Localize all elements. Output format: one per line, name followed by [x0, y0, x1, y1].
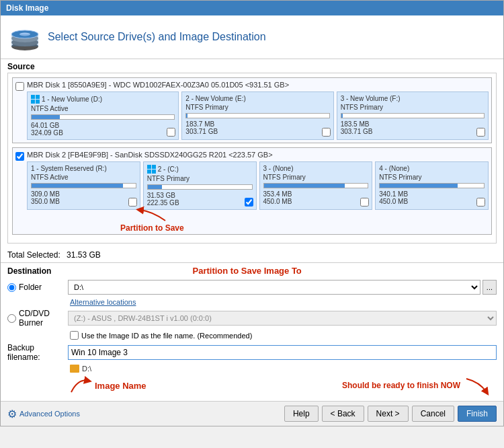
- should-finish-label: Should be ready to finish NOW: [342, 381, 460, 390]
- cd-row: CD/DVD Burner (Z:) - ASUS , DRW-24B1ST i…: [7, 309, 497, 328]
- image-name-arrow: [68, 375, 95, 396]
- should-finish-annotation-wrapper: Should be ready to finish NOW: [342, 375, 490, 396]
- use-image-id-row: Use the Image ID as the file name. (Reco…: [70, 331, 497, 340]
- svg-rect-5: [11, 34, 38, 46]
- window-title: Disk Image: [6, 3, 48, 13]
- disk2-group: MBR Disk 2 [FB4E9F9B] - SanDisk SDSSDX24…: [12, 147, 492, 235]
- source-section: MBR Disk 1 [8550A9E9] - WDC WD1002FAEX-0…: [7, 73, 497, 244]
- cd-dropdown[interactable]: (Z:) - ASUS , DRW-24B1ST i v1.00 (0:0:0): [68, 311, 497, 326]
- disk1-header: MBR Disk 1 [8550A9E9] - WDC WD1002FAEX-0…: [27, 81, 489, 89]
- browse-button[interactable]: ...: [482, 280, 497, 295]
- header-area: Select Source Drive(s) and Image Destina…: [1, 15, 503, 59]
- folder-dropdown[interactable]: D:\: [68, 280, 480, 295]
- disk1-p3-checkbox[interactable]: [476, 128, 485, 137]
- disk1-partition-2: 2 - New Volume (E:) NTFS Primary 183.7 M…: [181, 91, 333, 140]
- partition-type: NTFS Primary: [185, 104, 329, 111]
- folder-icon: [70, 365, 79, 373]
- title-bar: Disk Image: [1, 1, 503, 15]
- disk2-partition-1: 1 - System Reserved (R:) NTFS Active 309…: [27, 161, 140, 210]
- folder-row: Folder D:\ ...: [7, 280, 497, 295]
- partition-sizes: 183.7 MB 303.71 GB: [185, 120, 329, 135]
- red-arrow-annotation: [132, 204, 172, 223]
- svg-rect-9: [31, 100, 35, 104]
- total-selected-label: Total Selected:: [7, 250, 60, 260]
- disk1-partitions: 1 - New Volume (D:) NTFS Active 64.01 GB…: [27, 91, 489, 140]
- disk2-p3-checkbox[interactable]: [360, 198, 369, 207]
- svg-rect-10: [36, 100, 40, 104]
- svg-rect-12: [152, 165, 156, 169]
- folder-radio[interactable]: [7, 283, 16, 292]
- source-label: Source: [1, 59, 503, 73]
- finish-button[interactable]: Finish: [458, 406, 497, 422]
- disk1-partition-1: 1 - New Volume (D:) NTFS Active 64.01 GB…: [27, 91, 179, 140]
- disk2-partition-2: 2 - (C:) NTFS Primary 31.53 GB 222.35 GB: [143, 161, 257, 210]
- help-button[interactable]: Help: [284, 406, 319, 422]
- disk1-p2-checkbox[interactable]: [322, 128, 331, 137]
- disk2-partition-4: 4 - (None) NTFS Primary 340.1 MB 450.0 M…: [375, 161, 489, 210]
- partition-title: 3 - New Volume (F:): [341, 95, 485, 102]
- destination-header: Destination Partition to Save Image To: [7, 266, 497, 276]
- partition-sizes: 183.5 MB 303.71 GB: [341, 120, 485, 135]
- destination-label: Destination: [7, 266, 51, 276]
- backup-filename-label: Backup filename:: [7, 343, 68, 362]
- back-button[interactable]: < Back: [322, 406, 364, 422]
- folder-input-row: D:\ ...: [68, 280, 497, 295]
- partition-bar-fill: [32, 115, 60, 119]
- svg-rect-7: [31, 95, 35, 99]
- bottom-bar: ⚙ Advanced Options Help < Back Next > Ca…: [1, 401, 503, 426]
- disk2-partition-3: 3 - (None) NTFS Primary 353.4 MB 450.0 M…: [259, 161, 373, 210]
- main-window: Disk Image Select Source Drive(s) and Im…: [0, 0, 504, 426]
- svg-rect-14: [152, 170, 156, 174]
- partition-save-label: Partition to Save: [120, 223, 184, 233]
- folder-hint-text: D:\: [82, 365, 91, 373]
- partition-type: NTFS Primary: [341, 104, 485, 111]
- partition-title: 1 - New Volume (D:): [31, 95, 175, 104]
- partition-title: 2 - New Volume (E:): [185, 95, 329, 102]
- windows-icon: [31, 95, 40, 104]
- disk1-partition-3: 3 - New Volume (F:) NTFS Primary 183.5 M…: [337, 91, 489, 140]
- image-name-label: Image Name: [95, 381, 146, 391]
- bottom-buttons: Help < Back Next > Cancel Finish: [284, 406, 497, 422]
- folder-hint-row: D:\: [70, 365, 497, 373]
- header-title: Select Source Drive(s) and Image Destina…: [48, 31, 266, 43]
- partition-sizes: 64.01 GB 324.09 GB: [31, 122, 175, 137]
- svg-rect-11: [147, 165, 151, 169]
- alt-locations-link[interactable]: Alternative locations: [70, 298, 497, 306]
- advanced-icon: ⚙: [7, 408, 17, 420]
- partition-type: NTFS Active: [31, 105, 175, 112]
- disk2-checkbox[interactable]: [15, 152, 24, 161]
- use-image-id-checkbox[interactable]: [70, 331, 79, 340]
- use-image-id-label: Use the Image ID as the file name. (Reco…: [81, 332, 252, 340]
- disk1-checkbox[interactable]: [15, 82, 24, 91]
- partition-bar-bg: [341, 113, 485, 118]
- destination-section: Destination Partition to Save Image To F…: [1, 262, 503, 401]
- total-selected-row: Total Selected: 31.53 GB: [1, 248, 503, 262]
- folder-radio-label[interactable]: Folder: [7, 283, 68, 292]
- svg-rect-13: [147, 170, 151, 174]
- cd-radio-label[interactable]: CD/DVD Burner: [7, 309, 68, 328]
- disk-image-icon: [9, 21, 41, 53]
- finish-arrow: [463, 375, 490, 396]
- svg-rect-8: [36, 95, 40, 99]
- next-button[interactable]: Next >: [368, 406, 409, 422]
- backup-filename-row: Backup filename:: [7, 343, 497, 362]
- partition-save-image-annotation: Partition to Save Image To: [193, 266, 302, 276]
- disk2-header: MBR Disk 2 [FB4E9F9B] - SanDisk SDSSDX24…: [27, 151, 489, 159]
- partition-bar-fill: [186, 114, 187, 118]
- image-name-annotation-wrapper: Image Name: [68, 375, 146, 396]
- disk1-p1-checkbox[interactable]: [167, 128, 175, 137]
- partition-bar-bg: [31, 114, 175, 120]
- cd-radio[interactable]: [7, 314, 16, 323]
- partition-bar-fill: [341, 114, 343, 118]
- backup-filename-input[interactable]: [68, 345, 497, 360]
- cancel-button[interactable]: Cancel: [412, 406, 454, 422]
- disk2-p4-checkbox[interactable]: [476, 198, 485, 207]
- disk2-p2-checkbox[interactable]: [245, 198, 253, 207]
- advanced-options-link[interactable]: ⚙ Advanced Options: [7, 408, 80, 420]
- total-selected-value: 31.53 GB: [67, 250, 101, 260]
- disk2-partitions: 1 - System Reserved (R:) NTFS Active 309…: [27, 161, 489, 210]
- annotation-row: Image Name Should be ready to finish NOW: [7, 375, 497, 396]
- partition-save-annotation-area: Partition to Save: [120, 204, 184, 233]
- disk1-group: MBR Disk 1 [8550A9E9] - WDC WD1002FAEX-0…: [12, 77, 492, 143]
- partition-bar-bg: [185, 113, 329, 118]
